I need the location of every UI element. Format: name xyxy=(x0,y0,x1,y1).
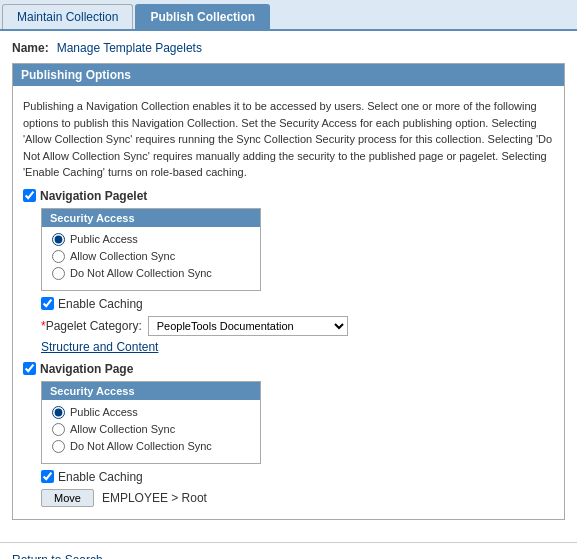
nav-page-label: Navigation Page xyxy=(40,362,133,376)
return-to-search-link[interactable]: Return to Search xyxy=(12,553,103,560)
nav-pagelet-radio-allow-input[interactable] xyxy=(52,250,65,263)
nav-page-security-header: Security Access xyxy=(42,382,260,400)
pagelet-category-label: *Pagelet Category: xyxy=(41,319,142,333)
name-row: Name: Manage Template Pagelets xyxy=(12,41,565,55)
nav-page-checkbox[interactable] xyxy=(23,362,36,375)
nav-pagelet-radio-allow: Allow Collection Sync xyxy=(52,250,250,263)
nav-page-caching-label: Enable Caching xyxy=(58,470,143,484)
nav-pagelet-radio-public-input[interactable] xyxy=(52,233,65,246)
publishing-description: Publishing a Navigation Collection enabl… xyxy=(21,98,556,181)
nav-page-security-options: Public Access Allow Collection Sync Do N… xyxy=(42,400,260,463)
nav-page-radio-allow-input[interactable] xyxy=(52,423,65,436)
nav-pagelet-caching-checkbox[interactable] xyxy=(41,297,54,310)
nav-pagelet-caching-row: Enable Caching xyxy=(41,297,556,311)
nav-pagelet-radio-public: Public Access xyxy=(52,233,250,246)
nav-pagelet-label: Navigation Pagelet xyxy=(40,189,147,203)
structure-content-link[interactable]: Structure and Content xyxy=(41,340,158,354)
nav-pagelet-security-header: Security Access xyxy=(42,209,260,227)
nav-page-radio-donot: Do Not Allow Collection Sync xyxy=(52,440,250,453)
nav-page-radio-allow-label: Allow Collection Sync xyxy=(70,423,175,435)
pagelet-category-select[interactable]: PeopleTools Documentation xyxy=(148,316,348,336)
nav-pagelet-radio-donot: Do Not Allow Collection Sync xyxy=(52,267,250,280)
nav-page-caching-checkbox[interactable] xyxy=(41,470,54,483)
name-value: Manage Template Pagelets xyxy=(57,41,202,55)
publishing-options-section: Publishing Options Publishing a Navigati… xyxy=(12,63,565,520)
nav-page-radio-public-label: Public Access xyxy=(70,406,138,418)
nav-page-radio-public-input[interactable] xyxy=(52,406,65,419)
pagelet-category-row: *Pagelet Category: PeopleTools Documenta… xyxy=(41,316,556,336)
tab-publish-collection[interactable]: Publish Collection xyxy=(135,4,270,29)
nav-page-radio-donot-input[interactable] xyxy=(52,440,65,453)
nav-page-caching-row: Enable Caching xyxy=(41,470,556,484)
move-path: EMPLOYEE > Root xyxy=(102,491,207,505)
nav-page-radio-allow: Allow Collection Sync xyxy=(52,423,250,436)
nav-pagelet-caching-label: Enable Caching xyxy=(58,297,143,311)
pagelet-category-label-text: Pagelet Category: xyxy=(46,319,142,333)
tab-bar: Maintain Collection Publish Collection xyxy=(0,0,577,31)
nav-pagelet-checkbox-row: Navigation Pagelet xyxy=(21,189,556,203)
nav-pagelet-radio-donot-input[interactable] xyxy=(52,267,65,280)
move-button-row: Move EMPLOYEE > Root xyxy=(41,489,556,507)
nav-pagelet-security-box: Security Access Public Access Allow Coll… xyxy=(41,208,261,291)
name-label: Name: xyxy=(12,41,49,55)
nav-page-security-box: Security Access Public Access Allow Coll… xyxy=(41,381,261,464)
return-link-row: Return to Search xyxy=(0,542,577,560)
publishing-options-header: Publishing Options xyxy=(13,64,564,86)
publishing-options-body: Publishing a Navigation Collection enabl… xyxy=(13,92,564,519)
nav-page-radio-donot-label: Do Not Allow Collection Sync xyxy=(70,440,212,452)
tab-maintain-collection[interactable]: Maintain Collection xyxy=(2,4,133,29)
nav-page-checkbox-row: Navigation Page xyxy=(21,362,556,376)
nav-page-section: Navigation Page Security Access Public A… xyxy=(21,362,556,507)
nav-page-radio-public: Public Access xyxy=(52,406,250,419)
move-button[interactable]: Move xyxy=(41,489,94,507)
nav-pagelet-checkbox[interactable] xyxy=(23,189,36,202)
nav-pagelet-security-options: Public Access Allow Collection Sync Do N… xyxy=(42,227,260,290)
nav-pagelet-radio-donot-label: Do Not Allow Collection Sync xyxy=(70,267,212,279)
main-content: Name: Manage Template Pagelets Publishin… xyxy=(0,31,577,536)
structure-content-link-row: Structure and Content xyxy=(41,340,556,354)
nav-pagelet-radio-public-label: Public Access xyxy=(70,233,138,245)
nav-pagelet-radio-allow-label: Allow Collection Sync xyxy=(70,250,175,262)
